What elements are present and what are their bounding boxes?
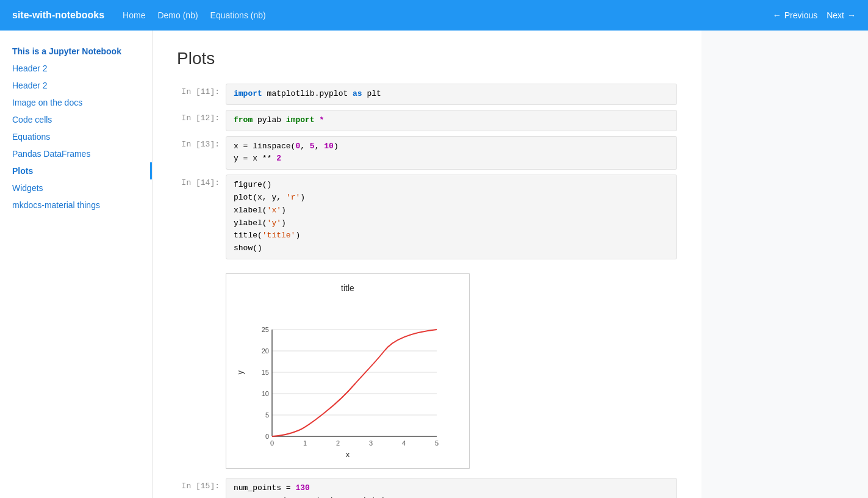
sidebar: This is a Jupyter Notebook Header 2 Head…	[0, 31, 152, 498]
svg-text:25: 25	[262, 326, 269, 333]
cell-13-label: In [13]:	[177, 136, 226, 170]
num0: 0	[295, 142, 300, 151]
svg-text:3: 3	[369, 439, 373, 447]
x-axis-label: x	[235, 450, 460, 459]
cell-15-code[interactable]: num_points = 130 y = np.random.random(nu…	[226, 478, 677, 498]
cell-12-code[interactable]: from pylab import *	[226, 110, 677, 131]
sidebar-item-4[interactable]: Code cells	[0, 111, 152, 128]
keyword-from: from	[234, 115, 253, 125]
num2: 2	[276, 154, 281, 163]
sidebar-item-1[interactable]: Header 2	[0, 60, 152, 77]
cell-14-code[interactable]: figure() plot(x, y, 'r') xlabel('x') yla…	[226, 175, 677, 259]
svg-text:10: 10	[262, 390, 269, 397]
y-axis-label: y	[235, 370, 245, 375]
svg-text:4: 4	[402, 439, 406, 447]
cell-13-code[interactable]: x = linspace(0, 5, 10) y = x ** 2	[226, 136, 677, 170]
cell-13: In [13]: x = linspace(0, 5, 10) y = x **…	[177, 136, 677, 170]
cell-12: In [12]: from pylab import *	[177, 110, 677, 131]
main-content: Plots In [11]: import matplotlib.pyplot …	[152, 31, 701, 498]
chart-svg: 0 5 10 15 20 25 0 1 2 3 4 5	[248, 296, 443, 449]
keyword-import: import	[286, 115, 315, 125]
cell-14: In [14]: figure() plot(x, y, 'r') xlabel…	[177, 175, 677, 259]
str-r: 'r'	[286, 193, 300, 202]
svg-text:5: 5	[265, 411, 269, 419]
cell-15: In [15]: num_points = 130 y = np.random.…	[177, 478, 677, 498]
svg-text:0: 0	[270, 439, 274, 447]
sidebar-item-2[interactable]: Header 2	[0, 77, 152, 94]
sidebar-item-7[interactable]: Plots	[0, 162, 152, 179]
svg-text:2: 2	[336, 439, 340, 447]
str-y: 'y'	[267, 218, 281, 228]
nav-home[interactable]: Home	[123, 10, 145, 20]
svg-text:1: 1	[303, 439, 307, 447]
nav-actions: Previous Next	[773, 10, 856, 20]
sidebar-item-0[interactable]: This is a Jupyter Notebook	[0, 43, 152, 60]
cell-11: In [11]: import matplotlib.pyplot as plt	[177, 84, 677, 105]
sidebar-item-3[interactable]: Image on the docs	[0, 94, 152, 111]
num5: 5	[310, 142, 315, 151]
svg-text:0: 0	[265, 433, 269, 440]
num10: 10	[324, 142, 334, 151]
sidebar-item-6[interactable]: Pandas DataFrames	[0, 145, 152, 162]
page-wrapper: This is a Jupyter Notebook Header 2 Head…	[0, 31, 868, 498]
sidebar-item-8[interactable]: Widgets	[0, 179, 152, 197]
sidebar-item-9[interactable]: mkdocs-material things	[0, 197, 152, 214]
nav-demo[interactable]: Demo (nb)	[157, 10, 198, 20]
svg-text:5: 5	[435, 439, 439, 447]
next-button[interactable]: Next	[827, 10, 856, 20]
top-nav: site-with-notebooks Home Demo (nb) Equat…	[0, 0, 868, 31]
keyword2: as	[353, 89, 362, 98]
cell-11-label: In [11]:	[177, 84, 226, 105]
cell-12-label: In [12]:	[177, 110, 226, 131]
str-title: 'title'	[262, 231, 296, 240]
site-title: site-with-notebooks	[12, 10, 104, 21]
cell-15-label: In [15]:	[177, 478, 226, 498]
num130: 130	[295, 483, 309, 493]
plot-container: title y 0	[226, 273, 470, 469]
star: *	[319, 115, 324, 125]
svg-text:15: 15	[262, 369, 269, 376]
cell-11-code[interactable]: import matplotlib.pyplot as plt	[226, 84, 677, 105]
chart-title: title	[235, 283, 460, 293]
cell-14-label: In [14]:	[177, 175, 226, 259]
nav-equations[interactable]: Equations (nb)	[210, 10, 266, 20]
str-x: 'x'	[267, 206, 281, 215]
page-heading: Plots	[177, 49, 677, 68]
prev-button[interactable]: Previous	[773, 10, 817, 20]
nav-links: Home Demo (nb) Equations (nb)	[123, 10, 773, 20]
sidebar-item-5[interactable]: Equations	[0, 128, 152, 145]
svg-text:20: 20	[262, 347, 269, 355]
keyword: import	[234, 89, 262, 98]
